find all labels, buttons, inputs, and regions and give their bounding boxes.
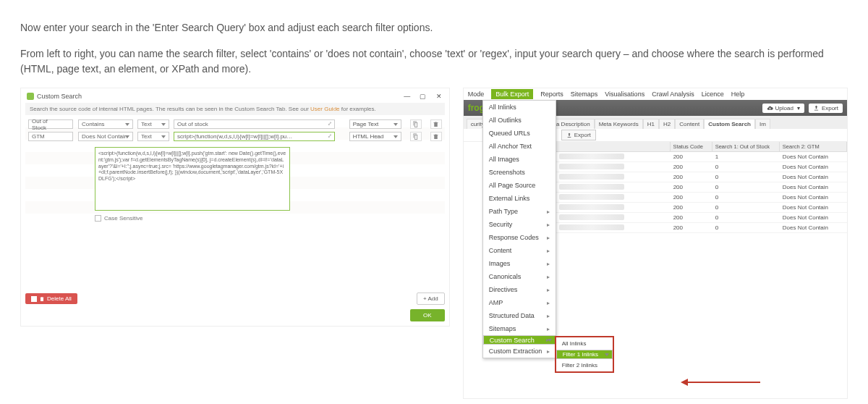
cell-s2: Does Not Contain <box>780 173 847 181</box>
submenu-item[interactable]: All Inlinks <box>556 337 613 350</box>
delete-all-button[interactable]: Delete All <box>25 293 77 304</box>
dropdown-item[interactable]: All Inlinks <box>483 101 556 114</box>
cell-s1: 0 <box>712 163 780 171</box>
export-button[interactable]: Export <box>809 104 843 113</box>
frog-icon <box>27 93 34 100</box>
expand-icon[interactable]: ⤢ <box>328 133 332 139</box>
query-code-textarea[interactable]: <script>(function(w,d,s,l,i){w[l]=w[l]||… <box>95 147 290 211</box>
submenu-item[interactable]: Filter 2 Inlinks <box>556 359 613 371</box>
duplicate-icon[interactable] <box>410 119 422 129</box>
table-row[interactable]: 2000Does Not Contain <box>556 213 847 223</box>
blurred-url <box>559 224 624 230</box>
where-select[interactable]: Page Text <box>349 119 401 129</box>
case-sensitive-checkbox[interactable]: Case Sensitive <box>95 215 442 222</box>
table-row[interactable]: 2000Does Not Contain <box>556 182 847 193</box>
tab[interactable]: Meta Keywords <box>595 119 643 129</box>
dropdown-item[interactable]: Images▸ <box>483 257 556 270</box>
cell-s2: Does Not Contain <box>780 214 847 222</box>
where-select[interactable]: HTML Head <box>349 132 401 141</box>
tab[interactable]: H2 <box>659 119 675 129</box>
menubar: Mode Bulk Export Reports Sitemaps Visual… <box>464 88 847 100</box>
cell-s2: Does Not Contain <box>780 224 847 232</box>
ok-button[interactable]: OK <box>410 309 445 321</box>
checkbox-icon[interactable] <box>95 215 101 222</box>
col-search-1[interactable]: Search 1: Out of Stock <box>712 142 780 151</box>
seo-spider-window: Mode Bulk Export Reports Sitemaps Visual… <box>463 88 848 399</box>
blurred-url <box>559 153 624 159</box>
duplicate-icon[interactable] <box>410 132 422 141</box>
blurred-url <box>559 204 624 210</box>
sub-export-button[interactable]: Export <box>561 130 596 140</box>
menu-visualisations[interactable]: Visualisations <box>605 91 644 98</box>
table-row[interactable]: 2000Does Not Contain <box>556 162 847 172</box>
menu-licence[interactable]: Licence <box>702 91 724 98</box>
submenu-item[interactable]: Filter 1 Inlinks <box>556 350 613 359</box>
filter-row: Out of Stock✕ Contains Text Out of stock… <box>28 118 442 130</box>
col-status-code[interactable]: Status Code <box>671 142 712 151</box>
submenu-arrow-icon: ▸ <box>547 274 550 280</box>
dropdown-item[interactable]: Screenshots <box>483 166 556 179</box>
dropdown-item[interactable]: Structured Data▸ <box>483 309 556 322</box>
tab[interactable]: H1 <box>643 119 659 129</box>
table-row[interactable]: 2000Does Not Contain <box>556 172 847 182</box>
tab[interactable]: Content <box>675 119 704 129</box>
dropdown-item[interactable]: Queued URLs <box>483 127 556 140</box>
dropdown-item[interactable]: Custom Extraction▸ <box>483 345 556 358</box>
menu-help[interactable]: Help <box>731 91 745 98</box>
menu-sitemaps[interactable]: Sitemaps <box>571 91 598 98</box>
dropdown-item[interactable]: Custom Search▸All InlinksFilter 1 Inlink… <box>483 335 556 345</box>
annotation-arrow <box>688 382 760 383</box>
table-row[interactable]: 2001Does Not Contain <box>556 152 847 162</box>
type-select[interactable]: Text <box>137 119 169 129</box>
col-search-2[interactable]: Search 2: GTM <box>780 142 847 151</box>
type-select[interactable]: Text <box>137 132 169 141</box>
delete-row-icon[interactable] <box>430 132 442 141</box>
table-row[interactable]: 2000Does Not Contain <box>556 203 847 213</box>
dropdown-item[interactable]: AMP▸ <box>483 296 556 309</box>
add-button[interactable]: + Add <box>417 293 445 305</box>
dialog-title: Custom Search <box>37 93 82 100</box>
delete-row-icon[interactable] <box>430 119 442 129</box>
menu-crawl-analysis[interactable]: Crawl Analysis <box>652 91 694 98</box>
query-input[interactable]: Out of stock⤢ <box>174 119 335 129</box>
custom-search-dialog: Custom Search — ▢ ✕ Search the source co… <box>20 88 450 327</box>
tab-custom-search[interactable]: Custom Search <box>704 119 755 129</box>
minimize-icon[interactable]: — <box>403 93 412 100</box>
maximize-icon[interactable]: ▢ <box>419 93 427 100</box>
dropdown-item[interactable]: Directives▸ <box>483 283 556 296</box>
query-input[interactable]: script>(function(w,d,s,l,i){w[l]=w[l]||[… <box>174 132 335 141</box>
menu-bulk-export[interactable]: Bulk Export <box>491 89 533 99</box>
table-row[interactable]: 2000Does Not Contain <box>556 223 847 233</box>
cloud-upload-icon <box>767 105 773 111</box>
cell-status: 200 <box>671 224 712 232</box>
dropdown-item[interactable]: All Page Source <box>483 179 556 192</box>
table-row[interactable]: 2000Does Not Contain <box>556 193 847 203</box>
dropdown-item[interactable]: All Anchor Text <box>483 140 556 153</box>
dropdown-item[interactable]: Response Codes▸ <box>483 231 556 244</box>
cell-s1: 0 <box>712 214 780 222</box>
user-guide-link[interactable]: User Guide <box>310 106 339 112</box>
dropdown-item[interactable]: Security▸ <box>483 218 556 231</box>
contains-select[interactable]: Contains <box>78 119 133 129</box>
menu-mode[interactable]: Mode <box>468 91 485 98</box>
dropdown-item[interactable]: All Outlinks <box>483 114 556 127</box>
expand-icon[interactable]: ⤢ <box>328 121 332 127</box>
submenu-arrow-icon: ▸ <box>546 337 549 343</box>
dropdown-item[interactable]: Path Type▸ <box>483 205 556 218</box>
menu-reports[interactable]: Reports <box>540 91 563 98</box>
submenu-arrow-icon: ▸ <box>547 248 550 254</box>
dropdown-item[interactable]: Sitemaps▸ <box>483 322 556 335</box>
chevron-down-icon: ▾ <box>797 105 800 111</box>
close-icon[interactable]: ✕ <box>435 93 443 100</box>
dropdown-item[interactable]: External Links <box>483 192 556 205</box>
cell-status: 200 <box>671 203 712 211</box>
filter-name-input[interactable]: Out of Stock <box>28 119 73 129</box>
dropdown-item[interactable]: All Images <box>483 153 556 166</box>
upload-button[interactable]: Upload▾ <box>762 104 804 113</box>
blurred-url <box>559 184 624 190</box>
filter-name-input[interactable]: GTM <box>28 132 73 141</box>
tab[interactable]: Im <box>755 119 770 129</box>
contains-select[interactable]: Does Not Contain <box>78 132 133 141</box>
dropdown-item[interactable]: Content▸ <box>483 244 556 257</box>
dropdown-item[interactable]: Canonicals▸ <box>483 270 556 283</box>
